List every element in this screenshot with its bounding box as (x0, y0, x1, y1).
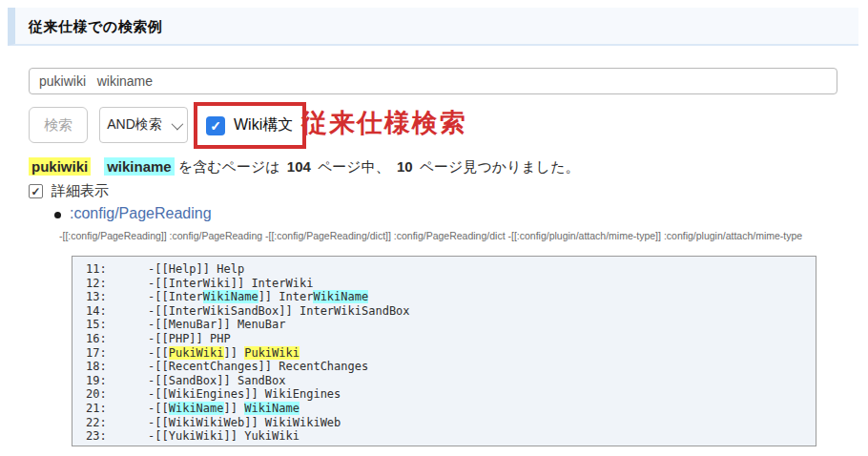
code-line: 18: -[[RecentChanges]] RecentChanges (86, 360, 816, 374)
found-pages-count: 10 (394, 158, 416, 175)
wiki-syntax-highlight-box: ✓ Wiki構文 (194, 102, 306, 149)
total-pages-count: 104 (284, 158, 314, 175)
search-term-1: pukiwiki (29, 157, 91, 176)
check-icon: ✓ (210, 118, 221, 134)
result-page-link[interactable]: :config/PageReading (70, 205, 212, 222)
code-line: 11: -[[Help]] Help (86, 262, 816, 277)
detail-display-row: ✓ 詳細表示 (29, 182, 109, 200)
section-header: 従来仕様での検索例 (8, 8, 858, 46)
wiki-syntax-checkbox[interactable]: ✓ (206, 116, 225, 135)
code-line: 16: -[[PHP]] PHP (86, 332, 816, 346)
detail-display-label[interactable]: 詳細表示 (52, 182, 109, 200)
code-line: 22: -[[WikiWikiWeb]] WikiWikiWeb (86, 416, 816, 430)
code-line: 17: -[[PukiWiki]] PukiWiki (86, 346, 816, 361)
list-bullet-icon (54, 212, 61, 218)
search-term-2: wikiname (104, 157, 175, 176)
code-line: 15: -[[MenuBar]] MenuBar (86, 318, 816, 332)
code-line: 23: -[[YukiWiki]] YukiWiki (86, 429, 816, 444)
chevron-down-icon (171, 117, 183, 130)
wiki-syntax-label[interactable]: Wiki構文 (234, 115, 293, 135)
result-text-2: ページ中、 (314, 158, 394, 175)
code-line: 19: -[[SandBox]] SandBox (86, 374, 816, 388)
check-icon: ✓ (31, 186, 40, 197)
page: 従来仕様での検索例 検索 AND検索 ✓ Wiki構文 従来仕様検索 pukiw… (0, 0, 868, 456)
search-button[interactable]: 検索 (29, 107, 88, 143)
code-line: 21: -[[WikiName]] WikiName (86, 402, 816, 416)
code-line: 20: -[[WikiEngines]] WikiEngines (86, 387, 816, 402)
page-title: 従来仕様での検索例 (15, 8, 858, 36)
result-text-3: ページ見つかりました。 (416, 158, 580, 175)
detail-display-checkbox[interactable]: ✓ (29, 184, 43, 198)
result-text-1: を含むページは (175, 158, 284, 175)
code-line: 12: -[[InterWiki]] InterWiki (86, 277, 816, 291)
code-line: 14: -[[InterWikiSandBox]] InterWikiSandB… (86, 304, 816, 319)
search-mode-value: AND検索 (107, 116, 162, 134)
search-input[interactable] (29, 68, 837, 94)
result-snippet: -[[:config/PageReading]] :config/PageRea… (59, 230, 863, 243)
annotation-text: 従来仕様検索 (301, 106, 467, 140)
code-preview-block: 11: -[[Help]] Help12: -[[InterWiki]] Int… (72, 256, 816, 446)
search-mode-select[interactable]: AND検索 (99, 107, 188, 143)
search-result-summary: pukiwikiwikiname を含むページは 104 ページ中、 10 ペー… (29, 158, 580, 176)
code-line: 13: -[[InterWikiName]] InterWikiName (86, 290, 816, 304)
